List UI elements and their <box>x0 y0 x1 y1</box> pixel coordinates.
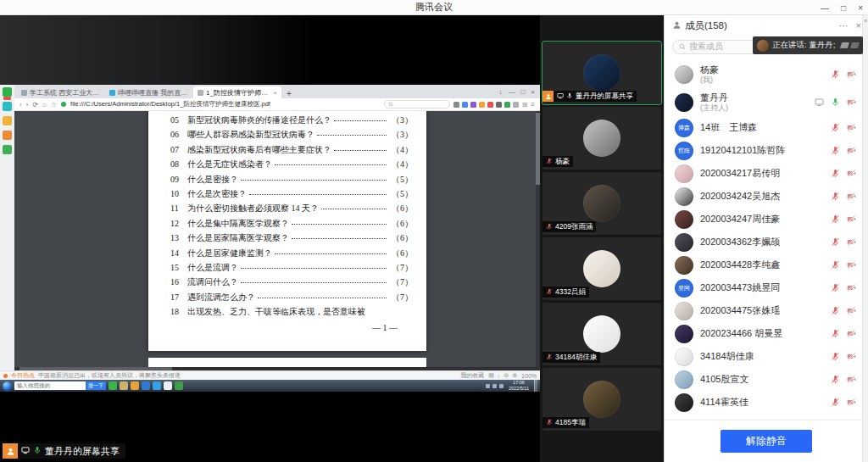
url-field[interactable]: file:///C:/Users/Administrator/Desktop/1… <box>70 100 270 109</box>
taskbar-search-button[interactable]: 搜一下 <box>86 381 106 390</box>
taskbar-clock[interactable]: 17:06 2022/5/11 <box>506 380 531 392</box>
taskbar-app-icon[interactable] <box>120 381 128 390</box>
download-icon[interactable]: ↓ <box>498 88 502 96</box>
minimize-icon[interactable]: — <box>821 3 829 13</box>
taskbar-app-icon[interactable] <box>164 381 172 390</box>
video-thumbnail[interactable]: 34184胡佳康 <box>542 303 661 365</box>
member-row[interactable]: 2020034362李姵颉 <box>665 231 868 253</box>
avatar <box>675 210 693 229</box>
home-icon[interactable]: ⌂ <box>42 101 47 109</box>
member-panel-footer: 解除静音 <box>665 420 868 462</box>
taskbar-app-icon[interactable] <box>153 381 161 390</box>
tab-close-icon[interactable]: × <box>273 89 277 97</box>
hotspot-label[interactable]: 今日热点 <box>11 371 35 380</box>
thumbnail-label: 董丹丹的屏幕共享 <box>576 92 633 102</box>
taskbar-app-icon[interactable] <box>131 381 139 390</box>
toc-row: 05新型冠状病毒肺炎的传播途径是什么？（3） <box>170 114 413 129</box>
dock-app-1-icon[interactable] <box>3 87 12 97</box>
camera-off-icon <box>847 258 856 273</box>
extension-icon[interactable] <box>504 102 510 108</box>
thumbnail-label-row: 杨豪 <box>542 156 573 167</box>
zoom-in-icon[interactable]: ⊕ <box>512 372 517 379</box>
member-row[interactable]: 2020034217易传明 <box>665 162 868 185</box>
show-desktop-button[interactable] <box>534 380 537 392</box>
video-thumbnail[interactable]: 董丹丹的屏幕共享 <box>542 42 661 104</box>
avatar <box>583 381 620 418</box>
extension-icon[interactable] <box>462 102 468 108</box>
member-row[interactable]: 博森14班 王博森 <box>665 116 868 139</box>
camera-off-icon <box>847 395 856 410</box>
taskbar-app-icon[interactable] <box>175 381 183 390</box>
extension-icon[interactable] <box>496 102 502 108</box>
member-row[interactable]: 4105殷宣文 <box>665 368 868 391</box>
refresh-icon[interactable]: ⟳ <box>32 101 38 109</box>
avatar <box>583 185 620 222</box>
member-row[interactable]: 4114霍英佳 <box>665 391 868 414</box>
panel-side-strip[interactable]: ≡ <box>862 15 868 462</box>
extension-icon[interactable] <box>470 102 476 108</box>
browser-tab-2[interactable]: 哔哩哔哩直播 我的直播间… <box>105 86 193 98</box>
member-row[interactable]: 哲阵19120412101陈哲阵 <box>665 139 868 162</box>
member-row[interactable]: 董丹丹(主持人) <box>665 88 868 116</box>
favorites-label[interactable]: 我的收藏 <box>460 371 484 380</box>
video-thumbnail[interactable]: 4185李瑞 <box>542 368 661 431</box>
panel-icon[interactable]: ▤ <box>488 372 494 379</box>
toc-row: 14什么是居家健康监测？（6） <box>170 248 413 262</box>
taskbar-app-icons <box>108 381 183 390</box>
video-thumbnail[interactable]: 4209张雨涵 <box>542 172 661 235</box>
file-protocol-icon <box>61 102 66 107</box>
forward-icon[interactable]: › <box>26 101 29 109</box>
download-icon[interactable]: ↓ <box>498 372 501 379</box>
favorite-icon[interactable]: ☆ <box>51 101 57 109</box>
extension-icon[interactable] <box>513 102 519 108</box>
dock-app-3-icon[interactable] <box>3 116 12 125</box>
back-icon[interactable]: ‹ <box>19 101 22 109</box>
maximize-icon[interactable]: □ <box>520 88 525 96</box>
menu-icon[interactable]: ≡ <box>531 101 535 109</box>
tray-icon[interactable] <box>486 384 490 388</box>
close-panel-icon[interactable]: × <box>856 20 861 31</box>
browser-tab-3[interactable]: 1_防控疫情守护师生健康校医.pdf× <box>193 86 281 98</box>
thumbnail-label-row: 4185李瑞 <box>542 417 589 428</box>
member-row[interactable]: 杨豪(我) <box>665 60 868 88</box>
extension-icon[interactable] <box>453 102 459 108</box>
member-row[interactable]: 2020234466 胡曼昱 <box>665 322 868 345</box>
member-name: 34184胡佳康 <box>700 351 754 362</box>
extension-icon[interactable] <box>479 102 485 108</box>
close-icon[interactable]: × <box>531 88 535 96</box>
dock-app-5-icon[interactable] <box>3 145 12 154</box>
unmute-button[interactable]: 解除静音 <box>721 430 812 453</box>
nav-icons: ‹›⟳⌂☆ <box>19 101 57 109</box>
camera-off-icon <box>847 212 856 227</box>
dock-app-4-icon[interactable] <box>3 131 12 140</box>
browser-tab-1[interactable]: 学工系统 西安工业大学学生中心 <box>17 86 105 98</box>
taskbar-app-icon[interactable] <box>108 381 117 390</box>
mic-muted-icon <box>546 158 553 166</box>
member-row[interactable]: 34184胡佳康 <box>665 345 868 368</box>
maximize-icon[interactable]: □ <box>841 3 846 13</box>
member-row[interactable]: 昱同2020034473姚昱同 <box>665 276 868 299</box>
more-icon[interactable]: ⋯ <box>839 20 849 31</box>
extension-icon[interactable] <box>487 102 493 108</box>
video-thumbnail[interactable]: 4332吕娟 <box>542 237 661 300</box>
quick-search-chip[interactable] <box>384 100 450 109</box>
tray-icon[interactable] <box>492 384 497 388</box>
member-name: 4114霍英佳 <box>700 397 748 408</box>
collapse-menu-icon[interactable]: ≡ <box>864 18 867 24</box>
member-row[interactable]: 2020034247周佳豪 <box>665 208 868 231</box>
minimize-icon[interactable]: — <box>508 88 515 96</box>
member-row[interactable]: 2020034475张姝瑶 <box>665 299 868 322</box>
video-thumbnail[interactable]: 杨豪 <box>542 107 661 170</box>
new-tab-button[interactable]: + <box>281 89 297 98</box>
taskbar-app-icon[interactable] <box>142 381 150 390</box>
start-button[interactable] <box>3 381 12 391</box>
apps-grid-icon[interactable]: ⊞ <box>522 101 528 109</box>
member-row[interactable]: 2020034242吴旭杰 <box>665 185 868 208</box>
member-row[interactable]: 2020034428李纯鑫 <box>665 253 868 276</box>
news-ticker[interactable]: 中国最新消息已出，或现有人员热议，将聚焦头条报道 <box>38 371 457 380</box>
taskbar-search-input[interactable]: 输入你想搜的 <box>14 381 86 390</box>
dock-app-2-icon[interactable] <box>3 102 12 111</box>
tray-icon[interactable] <box>499 384 504 388</box>
zoom-out-icon[interactable]: ⊖ <box>504 372 509 379</box>
close-icon[interactable]: × <box>858 3 863 13</box>
